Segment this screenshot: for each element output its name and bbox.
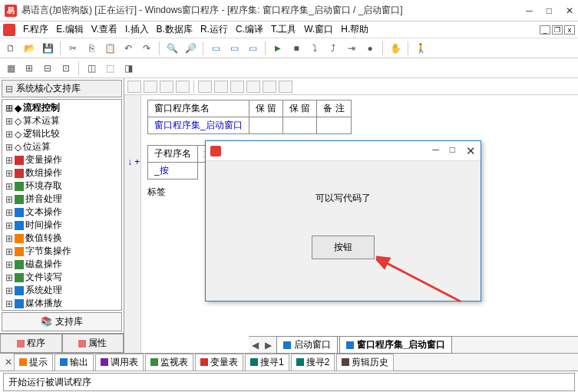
tree-node[interactable]: 文本操作	[25, 206, 62, 219]
menu-run[interactable]: R.运行	[200, 23, 228, 36]
debug3-icon[interactable]: ⇥	[344, 41, 359, 56]
runtime-logo-icon	[210, 146, 221, 156]
hand-icon[interactable]: ✋	[388, 41, 403, 56]
window3-icon[interactable]: ▭	[245, 41, 260, 56]
menu-insert[interactable]: I.插入	[125, 23, 149, 36]
tree-node[interactable]: 程序调试	[25, 310, 62, 311]
editor-btn-7[interactable]	[230, 81, 244, 93]
tree-node[interactable]: 逻辑比较	[23, 127, 60, 140]
debug2-icon[interactable]: ⤴	[325, 41, 341, 56]
tree-node[interactable]: 环境存取	[25, 180, 62, 193]
sidebar-header[interactable]: 系统核心支持库	[2, 80, 122, 97]
breakpoint-icon[interactable]: ●	[362, 41, 378, 56]
tree-node[interactable]: 文件读写	[25, 271, 62, 284]
menu-database[interactable]: B.数据库	[157, 23, 193, 36]
bottom-close-icon[interactable]: ✕	[5, 357, 12, 367]
redo-icon[interactable]: ↷	[139, 41, 154, 56]
runtime-button[interactable]: 按钮	[312, 236, 375, 259]
tree-node[interactable]: 磁盘操作	[25, 258, 62, 271]
menu-view[interactable]: V.查看	[91, 23, 117, 36]
editor-btn-8[interactable]	[246, 81, 260, 93]
align3-icon[interactable]: ⊟	[40, 61, 55, 76]
tree-node[interactable]: 系统处理	[25, 284, 62, 297]
align6-icon[interactable]: ⬚	[102, 61, 117, 76]
tab-variables[interactable]: 变量表	[195, 354, 243, 371]
stop-icon[interactable]: ■	[289, 41, 304, 56]
tree-node[interactable]: 变量操作	[25, 153, 62, 166]
save-icon[interactable]: 💾	[40, 41, 55, 56]
runtime-maximize-button[interactable]: □	[450, 144, 455, 158]
copy-icon[interactable]: ⎘	[84, 41, 99, 56]
editor-btn-2[interactable]	[144, 81, 157, 93]
debug1-icon[interactable]: ⤵	[307, 41, 322, 56]
tree-node[interactable]: 数组操作	[25, 166, 62, 180]
close-button[interactable]: ✕	[566, 5, 573, 16]
editor-btn-6[interactable]	[214, 81, 228, 93]
align5-icon[interactable]: ◫	[84, 61, 99, 76]
runtime-close-button[interactable]: ✕	[466, 144, 476, 158]
runtime-titlebar[interactable]: ─ □ ✕	[206, 141, 481, 161]
layout-toolbar: ▦ ⊞ ⊟ ⊡ ◫ ⬚ ◨	[0, 58, 578, 78]
menu-tools[interactable]: T.工具	[271, 23, 296, 36]
window2-icon[interactable]: ▭	[226, 41, 242, 56]
tab-hints[interactable]: 提示	[14, 354, 53, 371]
tab-search1[interactable]: 搜寻1	[245, 354, 289, 371]
sidebar-tab-program[interactable]: 程序	[0, 334, 62, 353]
mdi-close-button[interactable]: x	[564, 25, 575, 35]
sidebar-footer[interactable]: 📚 支持库	[2, 312, 122, 331]
menu-help[interactable]: H.帮助	[341, 23, 368, 36]
window-titlebar: 易 易语言(加密狗版) [正在运行] - Windows窗口程序 - [程序集:…	[0, 0, 578, 21]
tab-search2[interactable]: 搜寻2	[291, 354, 335, 371]
editor-btn-4[interactable]	[176, 81, 190, 93]
menu-compile[interactable]: C.编译	[236, 23, 263, 36]
find-icon[interactable]: 🔍	[164, 41, 180, 56]
editor-btn-10[interactable]	[279, 81, 292, 93]
library-tree[interactable]: ⊞◆流程控制 ⊞◇算术运算 ⊞◇逻辑比较 ⊞◇位运算 ⊞变量操作 ⊞数组操作 ⊞…	[2, 99, 122, 311]
tree-node[interactable]: 流程控制	[23, 101, 60, 114]
align7-icon[interactable]: ◨	[121, 61, 136, 76]
runtime-minimize-button[interactable]: ─	[432, 144, 439, 158]
tree-node[interactable]: 数值转换	[25, 232, 62, 245]
tree-node[interactable]: 位运算	[23, 140, 51, 153]
mdi-minimize-button[interactable]: _	[540, 25, 550, 35]
maximize-button[interactable]: □	[547, 5, 552, 16]
output-panel[interactable]: 开始运行被调试程序	[3, 373, 575, 391]
menu-edit[interactable]: E.编辑	[56, 23, 83, 36]
editor-btn-3[interactable]	[160, 81, 173, 93]
cut-icon[interactable]: ✂	[65, 41, 81, 56]
tab-next-icon[interactable]: ▶	[262, 340, 275, 351]
sidebar-tab-properties[interactable]: 属性	[62, 334, 124, 353]
tab-clipboard[interactable]: 剪辑历史	[336, 354, 394, 371]
editor-tab-startup[interactable]: 启动窗口	[276, 336, 338, 354]
run-icon[interactable]: ▶	[270, 41, 286, 56]
menu-program[interactable]: F.程序	[23, 23, 48, 36]
tab-prev-icon[interactable]: ◀	[249, 340, 262, 351]
undo-icon[interactable]: ↶	[121, 41, 136, 56]
editor-btn-1[interactable]	[127, 81, 141, 93]
tree-node[interactable]: 算术运算	[23, 114, 60, 127]
tab-output[interactable]: 输出	[54, 354, 94, 371]
tab-watch[interactable]: 监视表	[145, 354, 193, 371]
open-icon[interactable]: 📂	[21, 41, 37, 56]
editor-tab-programset[interactable]: 窗口程序集_启动窗口	[339, 336, 452, 354]
replace-icon[interactable]: 🔎	[183, 41, 198, 56]
menu-window[interactable]: W.窗口	[304, 23, 333, 36]
tree-node[interactable]: 媒体播放	[25, 297, 62, 310]
tab-callstack[interactable]: 调用表	[95, 354, 144, 371]
align4-icon[interactable]: ⊡	[58, 61, 74, 76]
paste-icon[interactable]: 📋	[102, 41, 117, 56]
editor-gutter: ↓ +	[124, 95, 141, 353]
tree-node[interactable]: 字节集操作	[25, 245, 71, 258]
tree-node[interactable]: 拼音处理	[25, 193, 62, 206]
align2-icon[interactable]: ⊞	[21, 61, 37, 76]
program-set-grid[interactable]: 窗口程序集名 保 留 保 留 备 注 窗口程序集_启动窗口	[147, 100, 352, 134]
new-icon[interactable]: 🗋	[3, 41, 18, 56]
window1-icon[interactable]: ▭	[208, 41, 223, 56]
editor-btn-9[interactable]	[263, 81, 276, 93]
mdi-restore-button[interactable]: ❐	[552, 25, 563, 35]
tree-node[interactable]: 时间操作	[25, 219, 62, 232]
align1-icon[interactable]: ▦	[3, 61, 18, 76]
person-icon[interactable]: 🚶	[413, 41, 428, 56]
minimize-button[interactable]: ─	[526, 5, 533, 16]
editor-btn-5[interactable]	[198, 81, 212, 93]
